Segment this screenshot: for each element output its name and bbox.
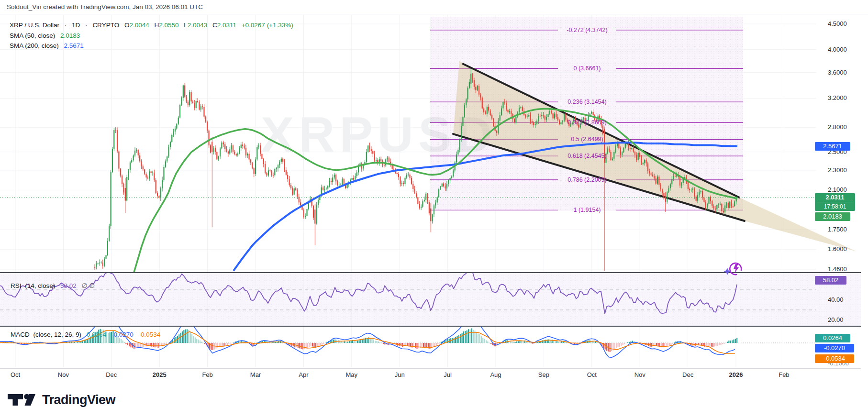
sma200-price-badge: 2.5671 — [815, 142, 850, 151]
macd-signal-badge: -0.0270 — [815, 344, 854, 352]
candle-body — [681, 183, 682, 186]
tradingview-logo[interactable]: TradingView — [7, 390, 115, 409]
candle-body — [263, 159, 264, 164]
candle-body — [247, 154, 248, 155]
time-axis-label: Aug — [490, 371, 501, 378]
candle-body — [274, 169, 275, 175]
macd-histogram-bar — [468, 329, 469, 343]
time-axis-label: Sep — [538, 371, 549, 378]
candle-body — [210, 145, 211, 153]
macd-histogram-bar — [230, 343, 231, 343]
candle-body — [216, 152, 217, 160]
macd-histogram-bar — [302, 343, 303, 349]
macd-histogram-bar — [722, 343, 723, 344]
macd-histogram-bar — [619, 343, 620, 347]
chart-canvas[interactable] — [0, 0, 868, 418]
candle-body — [215, 148, 216, 152]
attribution-text: Soldout_Vin created with TradingView.com… — [7, 3, 203, 11]
candle-body — [294, 188, 295, 195]
candle-body — [660, 185, 661, 189]
candle-body — [287, 175, 288, 179]
macd-histogram-bar — [358, 340, 359, 343]
macd-histogram-bar — [135, 343, 136, 349]
macd-histogram-bar — [153, 343, 154, 347]
sma200-legend-row[interactable]: SMA (200, close) 2.5671 — [10, 42, 84, 49]
bar-countdown-timer: 17:58:01 — [817, 202, 853, 211]
candle-body — [297, 190, 298, 197]
candle-body — [123, 184, 124, 193]
candle-body — [372, 151, 373, 154]
macd-histogram-bar — [728, 341, 729, 343]
price-axis-label: 3.6000 — [828, 69, 847, 76]
candle-body — [514, 119, 515, 122]
macd-histogram-bar — [311, 343, 312, 346]
macd-histogram-bar — [479, 334, 480, 343]
candle-body — [157, 193, 158, 196]
candle-body — [316, 205, 317, 223]
macd-histogram-bar — [418, 343, 419, 348]
candle-body — [314, 209, 315, 223]
candle-body — [205, 117, 206, 122]
macd-histogram-bar — [558, 341, 559, 343]
candle-body — [250, 160, 251, 163]
candle-body — [220, 148, 221, 156]
candle-body — [404, 178, 405, 184]
candle-body — [591, 112, 592, 114]
rsi-line — [0, 273, 737, 314]
lightning-bolt-icon[interactable] — [722, 258, 746, 279]
macd-histogram-bar — [621, 343, 622, 346]
macd-histogram-bar — [299, 343, 300, 348]
candle-body — [641, 157, 642, 164]
candle-body — [612, 159, 613, 160]
macd-histogram-bar — [362, 340, 363, 343]
candle-body — [252, 163, 253, 168]
macd-histogram-bar — [349, 341, 350, 343]
macd-legend-row[interactable]: MACD (close, 12, 26, 9) 0.0264 -0.0270 -… — [11, 331, 160, 338]
candle-body — [527, 117, 528, 117]
candle-body — [556, 114, 556, 117]
symbol-legend-row[interactable]: XRP / U.S. Dollar · 1D · CRYPTO O2.0044 … — [10, 22, 293, 29]
candle-body — [171, 135, 172, 142]
candle-body — [625, 143, 626, 148]
candle-body — [718, 204, 719, 205]
candle-body — [509, 111, 510, 112]
candle-body — [334, 175, 335, 177]
macd-histogram-bar — [201, 341, 202, 343]
change-value: +0.0267 (+1.33%) — [242, 22, 293, 29]
candle-body — [562, 121, 563, 122]
candle-body — [485, 112, 486, 114]
candle-body — [432, 214, 433, 221]
sma50-legend-row[interactable]: SMA (50, close) 2.0183 — [10, 32, 80, 39]
candle-body — [211, 142, 212, 152]
candle-body — [480, 95, 481, 98]
candle-body — [549, 111, 550, 114]
candle-body — [734, 201, 735, 206]
candle-body — [650, 174, 651, 175]
candle-body — [96, 264, 97, 267]
pane-separator[interactable] — [0, 326, 861, 327]
ohlc-high: H2.0550 — [155, 22, 179, 29]
macd-histogram-bar — [371, 339, 372, 343]
candle-body — [422, 201, 423, 207]
price-axis-label: 1.4600 — [828, 265, 847, 273]
candle-body — [218, 156, 219, 159]
candle-body — [491, 115, 492, 119]
candle-body — [199, 102, 200, 110]
macd-histogram-bar — [531, 343, 532, 343]
rsi-value-badge: 58.02 — [815, 276, 846, 285]
rsi-legend-row[interactable]: RSI (14, close) 58.02 ∅ ∅ — [11, 282, 95, 289]
candle-body — [152, 173, 153, 173]
candle-body — [289, 179, 289, 185]
macd-hist-value: -0.0534 — [138, 331, 160, 338]
candle-body — [145, 174, 146, 177]
macd-histogram-bar — [625, 343, 626, 343]
candle-body — [107, 241, 108, 255]
candle-body — [533, 122, 534, 125]
candle-body — [344, 179, 345, 184]
candle-body — [493, 119, 494, 126]
macd-histogram-bar — [193, 336, 194, 343]
macd-histogram-bar — [121, 339, 122, 343]
candle-body — [255, 160, 256, 174]
candle-body — [376, 160, 377, 161]
candle-body — [133, 155, 134, 160]
